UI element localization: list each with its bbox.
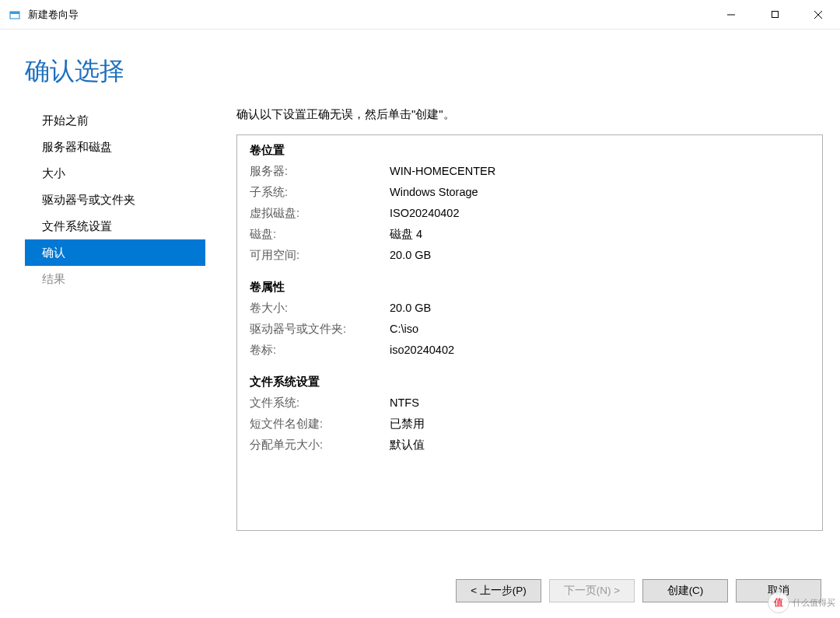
previous-button[interactable]: < 上一步(P) (456, 579, 541, 602)
section-title-location: 卷位置 (250, 143, 810, 158)
minimize-button[interactable] (709, 0, 753, 29)
value-drive-letter: C:\iso (390, 319, 418, 340)
label-allocation-unit: 分配单元大小: (250, 435, 390, 456)
section-title-properties: 卷属性 (250, 280, 810, 295)
value-server: WIN-HOMECENTER (390, 161, 495, 182)
step-results: 结果 (25, 266, 205, 292)
svg-rect-3 (772, 12, 778, 18)
row-allocation-unit: 分配单元大小: 默认值 (250, 435, 810, 456)
page-title: 确认选择 (25, 54, 840, 89)
svg-rect-1 (10, 12, 19, 14)
row-disk: 磁盘: 磁盘 4 (250, 224, 810, 245)
row-vdisk: 虚拟磁盘: ISO20240402 (250, 203, 810, 224)
step-server-disk[interactable]: 服务器和磁盘 (25, 134, 205, 160)
watermark-badge-icon: 值 (768, 592, 789, 613)
label-volume-label: 卷标: (250, 340, 390, 361)
content-pane: 确认以下设置正确无误，然后单击"创建"。 卷位置 服务器: WIN-HOMECE… (205, 107, 823, 531)
value-shortname: 已禁用 (390, 414, 425, 435)
step-filesystem[interactable]: 文件系统设置 (25, 213, 205, 239)
label-volume-size: 卷大小: (250, 298, 390, 319)
row-shortname: 短文件名创建: 已禁用 (250, 414, 810, 435)
close-button[interactable] (796, 0, 840, 29)
row-server: 服务器: WIN-HOMECENTER (250, 161, 810, 182)
watermark: 值 什么值得买 (768, 592, 835, 613)
value-fs: NTFS (390, 393, 419, 414)
label-subsystem: 子系统: (250, 182, 390, 203)
window-title: 新建卷向导 (28, 8, 79, 22)
instruction-text: 确认以下设置正确无误，然后单击"创建"。 (236, 107, 823, 122)
value-volume-label: iso20240402 (390, 340, 454, 361)
value-disk: 磁盘 4 (390, 224, 422, 245)
window-controls (709, 0, 840, 29)
titlebar: 新建卷向导 (0, 0, 840, 30)
row-free-space: 可用空间: 20.0 GB (250, 245, 810, 266)
label-disk: 磁盘: (250, 224, 390, 245)
value-free-space: 20.0 GB (390, 245, 431, 266)
step-drive-letter[interactable]: 驱动器号或文件夹 (25, 187, 205, 213)
create-button[interactable]: 创建(C) (642, 579, 728, 602)
row-subsystem: 子系统: Windows Storage (250, 182, 810, 203)
row-volume-label: 卷标: iso20240402 (250, 340, 810, 361)
app-icon (8, 8, 22, 22)
row-fs: 文件系统: NTFS (250, 393, 810, 414)
step-before-begin[interactable]: 开始之前 (25, 107, 205, 134)
value-volume-size: 20.0 GB (390, 298, 431, 319)
value-allocation-unit: 默认值 (390, 435, 425, 456)
label-shortname: 短文件名创建: (250, 414, 390, 435)
label-vdisk: 虚拟磁盘: (250, 203, 390, 224)
label-free-space: 可用空间: (250, 245, 390, 266)
label-drive-letter: 驱动器号或文件夹: (250, 319, 390, 340)
value-subsystem: Windows Storage (390, 182, 478, 203)
wizard-steps-sidebar: 开始之前 服务器和磁盘 大小 驱动器号或文件夹 文件系统设置 确认 结果 (25, 107, 205, 531)
step-confirmation[interactable]: 确认 (25, 239, 205, 266)
maximize-button[interactable] (753, 0, 796, 29)
section-title-filesystem: 文件系统设置 (250, 375, 810, 389)
label-server: 服务器: (250, 161, 390, 182)
row-volume-size: 卷大小: 20.0 GB (250, 298, 810, 319)
next-button: 下一页(N) > (549, 579, 635, 602)
row-drive-letter: 驱动器号或文件夹: C:\iso (250, 319, 810, 340)
summary-box: 卷位置 服务器: WIN-HOMECENTER 子系统: Windows Sto… (236, 134, 823, 531)
step-size[interactable]: 大小 (25, 160, 205, 187)
page-header: 确认选择 (0, 30, 840, 107)
footer-buttons: < 上一步(P) 下一页(N) > 创建(C) 取消 (456, 579, 821, 602)
value-vdisk: ISO20240402 (390, 203, 460, 224)
watermark-text: 什么值得买 (793, 597, 835, 609)
label-fs: 文件系统: (250, 393, 390, 414)
